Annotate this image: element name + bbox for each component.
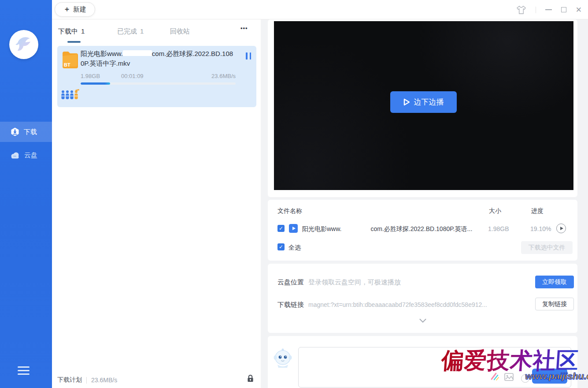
emoji-icon[interactable] xyxy=(521,374,529,383)
minimize-button[interactable] xyxy=(545,9,552,10)
task-progress-bar xyxy=(81,82,236,85)
bird-logo-icon xyxy=(14,34,34,55)
video-preview[interactable]: 边下边播 xyxy=(274,21,573,190)
task-stats: 1.98GB 00:01:09 23.6MB/s xyxy=(81,73,236,79)
column-header-name: 文件名称 xyxy=(277,207,302,215)
tab-completed[interactable]: 已完成 1 xyxy=(117,27,144,36)
video-card: 边下边播 xyxy=(268,19,577,197)
chevron-down-icon[interactable] xyxy=(419,317,426,325)
tab-label: 回收站 xyxy=(170,27,190,36)
task-time-remaining: 00:01:09 xyxy=(121,73,211,79)
sidebar-item-label: 云盘 xyxy=(24,151,37,160)
app-logo xyxy=(9,30,38,59)
play-icon xyxy=(403,98,410,106)
close-button[interactable]: ✕ xyxy=(576,6,582,14)
download-task-item[interactable]: BT 阳光电影www.com.必胜球探.2022.BD.1080P.英语中字.m… xyxy=(57,46,256,107)
file-play-badge-icon[interactable] xyxy=(289,224,298,233)
plus-icon: ＋ xyxy=(63,5,70,14)
sidebar-item-cloud[interactable]: 云盘 xyxy=(0,145,52,165)
file-list-card: 文件名称 大小 进度 ✓ 阳光电影www.com.必胜球探.2022.BD.10… xyxy=(268,200,577,261)
file-circle-play-icon[interactable] xyxy=(556,224,566,233)
download-selected-button[interactable]: 下载选中文件 xyxy=(521,241,573,254)
detail-panel: 边下边播 文件名称 大小 进度 ✓ 阳光电影www.com.必胜球探.2022.… xyxy=(261,19,588,388)
more-options-icon[interactable]: ••• xyxy=(240,25,248,31)
select-all-checkbox[interactable]: ✓ xyxy=(277,243,285,250)
topbar: ＋ 新建 ✕ xyxy=(52,0,588,19)
task-speed: 23.6MB/s xyxy=(211,73,236,79)
robot-avatar xyxy=(273,347,292,370)
cloud-icon xyxy=(11,152,20,159)
download-plan-link[interactable]: 下载计划 xyxy=(57,376,82,384)
app-window: 下载 云盘 ＋ 新建 ✕ xyxy=(0,0,588,388)
send-button[interactable] xyxy=(532,369,567,384)
controls-divider xyxy=(536,7,536,13)
svg-text:BT: BT xyxy=(64,62,70,67)
tab-label: 已完成 xyxy=(117,27,137,36)
task-title: 阳光电影www.com.必胜球探.2022.BD.1080P.英语中字.mkv xyxy=(81,49,234,68)
play-while-download-button[interactable]: 边下边播 xyxy=(390,91,457,113)
statusbar-speed: 23.6MB/s xyxy=(91,377,117,384)
window-controls: ✕ xyxy=(516,0,582,19)
task-size: 1.98GB xyxy=(81,73,121,79)
tab-recycle-bin[interactable]: 回收站 xyxy=(170,27,190,36)
copy-link-button[interactable]: 复制链接 xyxy=(535,298,574,310)
column-header-size: 大小 xyxy=(489,207,501,215)
sidebar-item-download[interactable]: 下载 xyxy=(0,122,52,142)
tab-label: 下载中 xyxy=(58,27,78,36)
sidebar-item-label: 下载 xyxy=(24,128,37,136)
task-list-panel: 下载中 1 已完成 1 回收站 ••• BT 阳光电影www.com.必胜球探.… xyxy=(52,19,261,388)
peers-icon xyxy=(61,88,79,103)
statusbar: 下载计划 23.6MB/s xyxy=(57,376,117,384)
image-icon[interactable] xyxy=(504,373,514,383)
pause-icon[interactable] xyxy=(246,52,252,60)
new-task-button[interactable]: ＋ 新建 xyxy=(55,2,95,17)
new-task-label: 新建 xyxy=(73,5,86,14)
file-row-checkbox[interactable]: ✓ xyxy=(277,225,285,232)
cloud-location-hint: 登录领取云盘空间，可极速播放 xyxy=(308,278,401,287)
tab-downloading[interactable]: 下载中 1 xyxy=(58,27,85,36)
pen-icon[interactable] xyxy=(490,370,500,383)
statusbar-divider xyxy=(86,377,87,384)
assistant-card xyxy=(268,336,577,388)
cloud-location-label: 云盘位置 xyxy=(277,278,304,287)
file-progress: 19.10% xyxy=(530,225,551,232)
maximize-button[interactable] xyxy=(561,7,566,12)
select-all-label: 全选 xyxy=(288,244,301,252)
column-header-progress: 进度 xyxy=(531,207,544,215)
claim-now-button[interactable]: 立即领取 xyxy=(535,276,574,288)
tab-count: 1 xyxy=(140,27,144,36)
lock-icon[interactable] xyxy=(247,374,254,384)
menu-icon[interactable] xyxy=(18,366,30,375)
file-name: 阳光电影www.com.必胜球探.2022.BD.1080P.英语... xyxy=(302,225,481,233)
tab-count: 1 xyxy=(81,27,85,36)
download-shield-icon xyxy=(11,127,19,136)
active-tab-underline xyxy=(67,41,81,43)
download-link-label: 下载链接 xyxy=(277,301,304,309)
magnet-link-value: magnet:?xt=urn:btih:dbeaaacaabd72fe3583e… xyxy=(308,301,531,308)
file-size: 1.98GB xyxy=(488,225,509,232)
skin-icon[interactable] xyxy=(516,5,526,15)
sidebar: 下载 云盘 xyxy=(0,0,52,388)
redacted-text xyxy=(123,50,152,56)
redacted-text xyxy=(341,225,370,231)
cloud-link-card: 云盘位置 登录领取云盘空间，可极速播放 立即领取 下载链接 magnet:?xt… xyxy=(268,264,577,333)
progress-fill xyxy=(81,82,110,85)
assistant-input[interactable] xyxy=(298,347,571,388)
bt-folder-icon: BT xyxy=(62,50,78,71)
play-while-download-label: 边下边播 xyxy=(414,97,444,107)
